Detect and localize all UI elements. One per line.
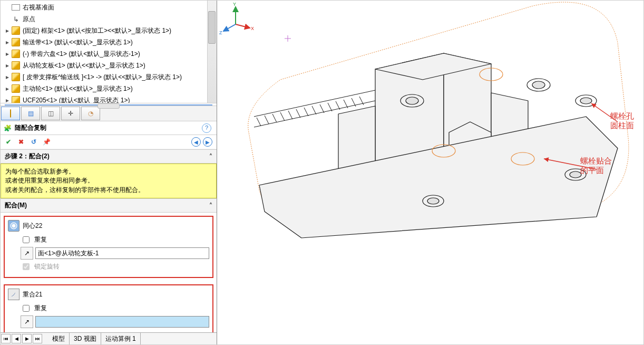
repeat-label: 重复 xyxy=(34,304,47,313)
collapse-icon[interactable]: ˄ xyxy=(209,153,212,160)
tree-item[interactable]: ▸主动轮<1> (默认<<默认>_显示状态 1>) xyxy=(3,83,214,94)
nav-prev-button[interactable]: ◀ xyxy=(12,334,21,343)
step-header-label: 步骤 2：配合(2) xyxy=(5,152,50,161)
palette-icon: ◔ xyxy=(88,110,93,117)
cancel-button[interactable]: ✖ xyxy=(16,137,26,147)
svg-point-18 xyxy=(427,198,439,204)
view-triad[interactable]: X Y Z xyxy=(217,1,254,37)
origin-icon xyxy=(11,14,21,24)
mate-name: 重合21 xyxy=(23,290,42,299)
repeat-checkbox[interactable] xyxy=(23,305,30,312)
part-icon xyxy=(11,72,21,82)
axis-y-label: Y xyxy=(233,2,236,7)
expand-icon[interactable]: ▸ xyxy=(5,85,10,92)
axis-x-label: X xyxy=(251,26,254,31)
mate-name: 同心22 xyxy=(23,222,42,231)
expand-icon[interactable]: ▸ xyxy=(5,73,10,81)
tree-item[interactable]: ▸(-) 带齿六盘<1> (默认<默认_显示状态-1>) xyxy=(3,48,214,60)
annotation-plane: 螺栓贴合 的平面 xyxy=(580,156,612,175)
mates-header[interactable]: 配合(M) ˄ xyxy=(1,198,217,213)
back-button[interactable]: ◀ xyxy=(191,137,201,147)
tree-item-label: 从动轮支板<1> (默认<<默认>_显示状态 1>) xyxy=(23,61,145,70)
tree-item-label: UCF205<1> (默认<默认_显示状态 1>) xyxy=(23,96,130,104)
annotation-hole: 螺栓孔 圆柱面 xyxy=(610,111,634,130)
tab-configuration-manager[interactable]: ◫ xyxy=(41,107,60,120)
step-header[interactable]: 步骤 2：配合(2) ˄ xyxy=(1,149,217,164)
tree-item-label: (-) 带齿六盘<1> (默认<默认_显示状态-1>) xyxy=(23,50,140,59)
expand-icon[interactable]: ▸ xyxy=(5,39,10,46)
expand-icon[interactable]: ▸ xyxy=(5,27,10,34)
pin-button[interactable]: 📌 xyxy=(42,137,51,147)
repeat-checkbox[interactable] xyxy=(23,236,30,243)
bottom-bar: ⏮ ◀ ▶ ⏭ 模型 3D 视图 运动算例 1 xyxy=(1,332,217,344)
svg-line-28 xyxy=(223,24,236,31)
forward-button[interactable]: ▶ xyxy=(203,137,212,147)
tree-item-label: [ 皮带支撑板^输送线 ]<1> -> (默认<<默认>_显示状态 1>) xyxy=(23,73,182,82)
annotation-text: 螺栓孔 xyxy=(610,111,634,121)
tree-scrollbar[interactable] xyxy=(207,1,217,103)
tab-display-manager[interactable]: ◔ xyxy=(81,107,100,120)
splitter[interactable] xyxy=(5,104,212,106)
undo-button[interactable]: ↺ xyxy=(29,137,38,147)
tree-item[interactable]: ▸输送带<1> (默认<<默认>_显示状态 1>) xyxy=(3,36,214,48)
annotation-text: 圆柱面 xyxy=(610,121,634,130)
tab-feature-manager[interactable] xyxy=(1,107,20,120)
repeat-label: 重复 xyxy=(34,235,47,244)
tree-item[interactable]: ▸[ 皮带支撑板^输送线 ]<1> -> (默认<<默认>_显示状态 1>) xyxy=(3,71,214,83)
graphics-viewport[interactable]: 螺栓孔 圆柱面 螺栓贴合 的平面 X Y Z xyxy=(217,1,643,344)
tab-motion[interactable]: 运动算例 1 xyxy=(101,333,141,344)
tree-item[interactable]: 原点 xyxy=(3,13,214,25)
expand-icon[interactable]: ▸ xyxy=(5,62,10,69)
tree-item-label: 原点 xyxy=(23,15,35,24)
help-button[interactable]: ? xyxy=(202,123,211,133)
tree-item[interactable]: ▸从动轮支板<1> (默认<<默认>_显示状态 1>) xyxy=(3,60,214,71)
annotation-text: 的平面 xyxy=(580,166,612,175)
feature-tree[interactable]: 右视基准面原点▸(固定) 框架<1> (默认<按加工><<默认>_显示状态 1>… xyxy=(1,1,217,103)
svg-point-16 xyxy=(570,171,581,178)
mate-coincident: 重合21 重复 xyxy=(4,284,213,337)
tree-item-label: 右视基准面 xyxy=(23,3,54,12)
reference-input[interactable] xyxy=(35,247,209,259)
svg-line-26 xyxy=(236,24,250,28)
tree-item[interactable]: ▸(固定) 框架<1> (默认<按加工><<默认>_显示状态 1>) xyxy=(3,25,214,36)
coincident-icon xyxy=(8,289,19,300)
mates-header-label: 配合(M) xyxy=(5,201,27,210)
concentric-icon xyxy=(8,220,19,232)
tab-3dview[interactable]: 3D 视图 xyxy=(70,333,101,344)
expand-icon[interactable]: ▸ xyxy=(5,50,10,57)
pm-title: 随配合复制 xyxy=(15,123,46,132)
tab-property-manager[interactable]: ▤ xyxy=(21,107,40,120)
part-icon xyxy=(11,61,21,70)
tab-model[interactable]: 模型 xyxy=(48,333,70,344)
mate-concentric: 同心22 重复 锁定旋转 xyxy=(4,216,213,278)
svg-point-14 xyxy=(580,98,592,104)
expand-icon[interactable]: ▸ xyxy=(5,97,10,103)
tab-dim-manager[interactable]: ✛ xyxy=(61,107,80,120)
svg-point-12 xyxy=(532,81,545,89)
tip-line: 或者使用重复来使用相同参考。 xyxy=(5,176,212,185)
ok-button[interactable]: ✔ xyxy=(4,137,13,147)
tree-item-label: 主动轮<1> (默认<<默认>_显示状态 1>) xyxy=(23,84,133,93)
part-icon xyxy=(11,95,21,103)
select-ref-button[interactable] xyxy=(21,247,33,260)
nav-next-button[interactable]: ▶ xyxy=(22,334,32,343)
select-ref-button[interactable] xyxy=(21,315,33,328)
collapse-icon[interactable]: ˄ xyxy=(209,202,212,209)
config-icon: ◫ xyxy=(48,110,54,117)
reference-input[interactable] xyxy=(35,316,209,328)
copy-with-mates-icon: 🧩 xyxy=(4,124,12,132)
plane-icon xyxy=(11,3,21,12)
nav-last-button[interactable]: ⏭ xyxy=(33,334,42,343)
tree-item[interactable]: ▸UCF205<1> (默认<默认_显示状态 1>) xyxy=(3,94,214,103)
tree-item-label: (固定) 框架<1> (默认<按加工><<默认>_显示状态 1>) xyxy=(23,26,171,35)
svg-point-10 xyxy=(406,97,418,104)
crosshair-icon: ✛ xyxy=(68,110,73,117)
lock-rotation-checkbox xyxy=(23,263,30,270)
nav-first-button[interactable]: ⏮ xyxy=(1,334,11,343)
annotation-text: 螺栓贴合 xyxy=(580,156,612,166)
part-icon xyxy=(11,26,21,35)
tree-item-label: 输送带<1> (默认<<默认>_显示状态 1>) xyxy=(23,38,133,47)
tree-item[interactable]: 右视基准面 xyxy=(3,2,214,13)
pm-header: 🧩 随配合复制 ? xyxy=(1,121,217,135)
cube-icon xyxy=(10,110,11,117)
